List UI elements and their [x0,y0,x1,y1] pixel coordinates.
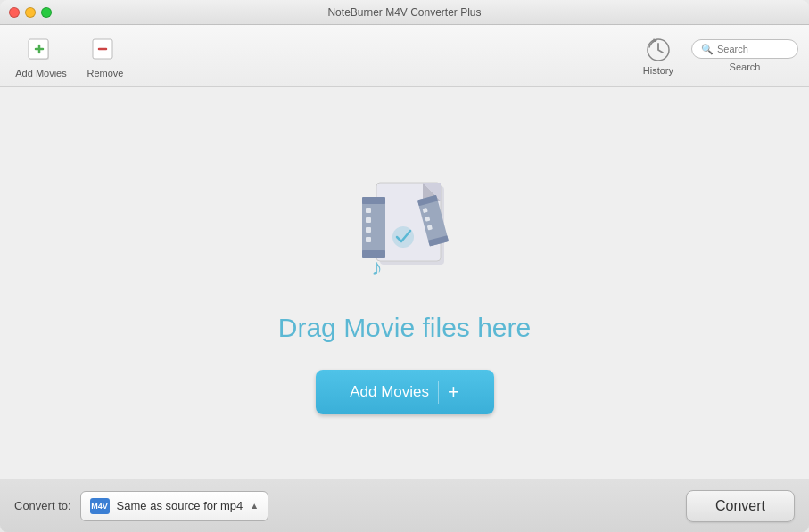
svg-rect-17 [366,227,371,233]
dropdown-arrow-icon: ▲ [250,501,259,511]
remove-toolbar-button[interactable]: Remove [75,29,136,84]
svg-rect-15 [366,208,371,213]
convert-button-label: Convert [715,498,765,513]
maximize-button[interactable] [41,7,52,18]
window-title: NoteBurner M4V Converter Plus [327,6,481,19]
titlebar: NoteBurner M4V Converter Plus [0,0,809,25]
toolbar-left: Add Movies Remove [11,29,136,84]
search-label: Search [730,61,761,72]
svg-rect-18 [366,237,371,242]
format-dropdown[interactable]: M4V Same as source for mp4 ▲ [80,491,269,521]
toolbar-right: History 🔍 Search [640,33,798,79]
drop-zone-svg: ♪ [316,170,494,295]
add-movies-toolbar-button[interactable]: Add Movies [11,29,71,84]
history-button[interactable]: History [640,33,677,79]
history-icon [645,37,672,63]
svg-rect-16 [366,217,371,223]
bottom-bar: Convert to: M4V Same as source for mp4 ▲… [0,479,809,532]
convert-to-label: Convert to: [14,499,71,512]
close-button[interactable] [9,7,20,18]
format-label: Same as source for mp4 [117,499,244,512]
search-icon: 🔍 [701,44,714,55]
window-controls [9,7,52,18]
drop-zone-illustration: ♪ [316,170,494,295]
remove-icon [89,34,121,66]
search-box[interactable]: 🔍 [691,39,798,59]
svg-rect-13 [362,197,385,204]
svg-point-26 [392,226,414,248]
drag-drop-text: Drag Movie files here [278,313,531,343]
add-movies-button-label: Add Movies [350,383,429,401]
add-movies-toolbar-label: Add Movies [15,68,66,78]
add-movies-icon [25,34,57,66]
main-content: ♪ Drag Movie files here Add Movies + [0,87,809,497]
convert-button[interactable]: Convert [686,490,795,522]
remove-toolbar-label: Remove [87,68,124,78]
search-input[interactable] [717,44,788,54]
plus-icon: + [438,381,459,404]
minimize-button[interactable] [25,7,36,18]
svg-text:♪: ♪ [371,254,383,281]
add-movies-button[interactable]: Add Movies + [316,370,494,414]
history-label: History [643,65,673,76]
format-icon: M4V [90,498,110,514]
svg-rect-12 [362,197,385,258]
toolbar: Add Movies Remove History [0,25,809,87]
